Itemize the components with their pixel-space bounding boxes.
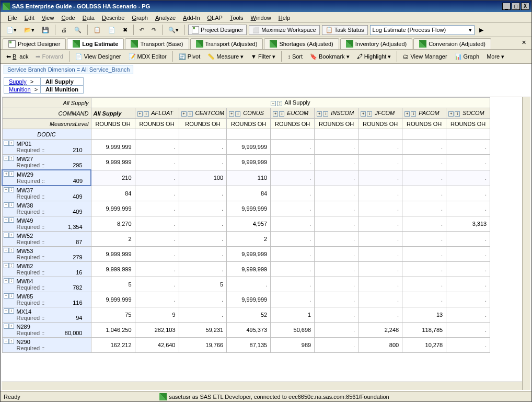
col-eucom[interactable]: +↕ EUCOM	[271, 108, 315, 119]
row-MP01[interactable]: +↕MP01Required ::210	[2, 140, 91, 155]
row-MW29[interactable]: +↕MW29Required ::409	[2, 170, 91, 186]
menu-code[interactable]: Code	[58, 13, 78, 22]
tab-project-designer[interactable]: Project Designer	[3, 38, 66, 49]
row-MW52[interactable]: +↕MW52Required ::87	[2, 232, 91, 247]
drill-icon[interactable]: ↕	[9, 339, 14, 344]
col-conus[interactable]: +↕ CONUS	[227, 108, 271, 119]
tab-log-estimate[interactable]: Log Estimate	[67, 38, 124, 49]
menu-add-in[interactable]: Add-In	[180, 13, 203, 22]
drill-icon[interactable]: ↕	[9, 324, 14, 329]
menu-describe[interactable]: Describe	[99, 13, 128, 22]
drill-icon[interactable]: ↕	[9, 141, 14, 146]
measure-button[interactable]: 📏 Measure ▾	[205, 52, 246, 62]
delete-button[interactable]: ✖	[120, 25, 130, 35]
drill-icon[interactable]: ↕	[9, 187, 14, 192]
col-all-supply[interactable]: All Supply	[91, 108, 135, 119]
new-button[interactable]: 📄▾	[4, 25, 19, 35]
expand-icon[interactable]: +	[4, 141, 9, 146]
col-span[interactable]: −↕ All Supply	[91, 98, 490, 108]
horizontal-scrollbar[interactable]	[2, 382, 522, 390]
expand-icon[interactable]: +	[4, 187, 9, 192]
expand-icon[interactable]: +	[4, 248, 9, 253]
menu-help[interactable]: Help	[275, 13, 294, 22]
expand-icon[interactable]: ↕	[277, 101, 282, 106]
drill-icon[interactable]: ↕	[9, 171, 14, 177]
menu-file[interactable]: File	[5, 13, 20, 22]
expand-icon[interactable]: +	[4, 233, 9, 238]
menu-olap[interactable]: OLAP	[204, 13, 226, 22]
filter-button[interactable]: ▼ Filter ▾	[248, 52, 278, 62]
supply-link[interactable]: Supply	[7, 78, 29, 85]
row-N289[interactable]: +↕N289Required ::80,000	[2, 323, 91, 338]
menu-analyze[interactable]: Analyze	[152, 13, 179, 22]
tab-transport-adjusted-[interactable]: Transport (Adjusted)	[190, 38, 263, 49]
drill-icon[interactable]: ↕	[9, 248, 14, 253]
tab-transport-base-[interactable]: Transport (Base)	[125, 38, 189, 49]
back-button[interactable]: ⬅ Back	[4, 52, 31, 62]
project-designer-button[interactable]: Project Designer	[188, 25, 247, 35]
col-pacom[interactable]: +↕ PACOM	[402, 108, 446, 119]
expand-icon[interactable]: +	[4, 263, 9, 268]
row-MW49[interactable]: +↕MW49Required ::1,354	[2, 216, 91, 232]
tab-conversion-adjusted-[interactable]: Conversion (Adjusted)	[413, 38, 491, 49]
expand-icon[interactable]: +	[4, 293, 9, 298]
run-button[interactable]: ▶	[477, 25, 486, 35]
munition-link[interactable]: Munition	[7, 86, 33, 93]
filter-info[interactable]: Service Branch Dimension = All Service_B…	[4, 65, 133, 74]
expand-icon[interactable]: +	[4, 339, 9, 344]
drill-icon[interactable]: ↕	[9, 233, 14, 238]
sort-button[interactable]: ↕ Sort	[285, 52, 305, 61]
menu-graph[interactable]: Graph	[129, 13, 151, 22]
row-MW38[interactable]: +↕MW38Required ::409	[2, 201, 91, 216]
highlight-button[interactable]: 🖍 Highlight ▾	[354, 52, 394, 62]
flow-select[interactable]: Log Estimate (Process Flow)▾	[370, 25, 475, 35]
preview-button[interactable]: 🔍	[72, 25, 84, 35]
row-MW84[interactable]: +↕MW84Required ::782	[2, 277, 91, 292]
collapse-icon[interactable]: −	[271, 101, 276, 106]
view-manager-button[interactable]: 🗂 View Manager	[400, 52, 449, 61]
expand-icon[interactable]: +	[4, 278, 9, 283]
col-socom[interactable]: +↕ SOCOM	[446, 108, 490, 119]
redo-button[interactable]: ↷	[149, 25, 159, 35]
more-button[interactable]: More ▾	[484, 52, 507, 62]
row-MW82[interactable]: +↕MW82Required ::16	[2, 262, 91, 277]
expand-icon[interactable]: +	[4, 217, 9, 223]
maximize-button[interactable]: □	[512, 3, 520, 10]
row-MW27[interactable]: +↕MW27Required ::295	[2, 155, 91, 170]
col-afloat[interactable]: +↕ AFLOAT	[135, 108, 179, 119]
drill-icon[interactable]: ↕	[9, 263, 14, 268]
maximize-workspace-button[interactable]: ⬜ Maximize Workspace	[249, 25, 319, 35]
paste-button[interactable]: 📄	[106, 25, 118, 35]
drill-icon[interactable]: ↕	[9, 217, 14, 223]
close-tab-button[interactable]: ✕	[518, 38, 529, 49]
expand-icon[interactable]: +	[4, 202, 9, 208]
drill-icon[interactable]: ↕	[9, 156, 14, 161]
forward-button[interactable]: ➡ Forward	[33, 52, 65, 62]
print-button[interactable]: 🖨	[59, 25, 70, 35]
expand-icon[interactable]: +	[4, 308, 9, 314]
search-button[interactable]: 🔍▾	[166, 25, 181, 35]
view-designer-button[interactable]: 📄 View Designer	[73, 52, 124, 62]
expand-icon[interactable]: +	[4, 156, 9, 161]
menu-data[interactable]: Data	[79, 13, 98, 22]
drill-icon[interactable]: ↕	[9, 293, 14, 298]
vertical-scrollbar[interactable]	[522, 97, 530, 390]
menu-view[interactable]: View	[39, 13, 57, 22]
drill-icon[interactable]: ↕	[9, 308, 14, 314]
row-N290[interactable]: +↕N290Required ::	[2, 338, 91, 353]
pivot-button[interactable]: 🔄 Pivot	[176, 52, 203, 62]
drill-icon[interactable]: ↕	[9, 202, 14, 208]
col-centcom[interactable]: +↕ CENTCOM	[179, 108, 227, 119]
row-MW53[interactable]: +↕MW53Required ::279	[2, 247, 91, 262]
bookmark-button[interactable]: 🔖 Bookmark ▾	[307, 52, 352, 62]
task-status-button[interactable]: 📋 Task Status	[322, 25, 368, 35]
menu-edit[interactable]: Edit	[21, 13, 38, 22]
expand-icon[interactable]: +	[4, 171, 9, 177]
minimize-button[interactable]: _	[502, 3, 511, 10]
expand-icon[interactable]: +	[4, 324, 9, 329]
col-jfcom[interactable]: +↕ JFCOM	[358, 108, 402, 119]
row-MW37[interactable]: +↕MW37Required ::409	[2, 186, 91, 201]
copy-button[interactable]: 📋	[91, 25, 103, 35]
col-inscom[interactable]: +↕ INSCOM	[315, 108, 358, 119]
row-MW85[interactable]: +↕MW85Required ::116	[2, 292, 91, 307]
